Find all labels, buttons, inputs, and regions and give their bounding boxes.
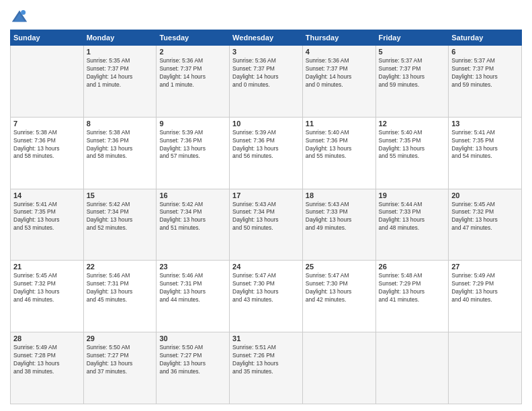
calendar-cell: 1Sunrise: 5:35 AM Sunset: 7:37 PM Daylig… [83, 46, 157, 118]
day-info: Sunrise: 5:50 AM Sunset: 7:27 PM Dayligh… [159, 344, 226, 376]
calendar-cell: 24Sunrise: 5:47 AM Sunset: 7:30 PM Dayli… [230, 261, 303, 332]
day-number: 16 [159, 191, 226, 199]
day-number: 27 [451, 263, 519, 271]
day-number: 12 [379, 120, 446, 128]
calendar-cell: 18Sunrise: 5:43 AM Sunset: 7:33 PM Dayli… [302, 189, 375, 261]
calendar-cell: 10Sunrise: 5:39 AM Sunset: 7:36 PM Dayli… [230, 117, 303, 189]
day-info: Sunrise: 5:36 AM Sunset: 7:37 PM Dayligh… [306, 57, 373, 89]
day-info: Sunrise: 5:45 AM Sunset: 7:32 PM Dayligh… [451, 201, 519, 233]
day-number: 21 [13, 263, 81, 271]
calendar-cell: 19Sunrise: 5:44 AM Sunset: 7:33 PM Dayli… [375, 189, 449, 261]
day-info: Sunrise: 5:38 AM Sunset: 7:36 PM Dayligh… [13, 129, 81, 161]
logo-icon [10, 7, 29, 26]
day-number: 14 [13, 191, 81, 199]
calendar-cell: 27Sunrise: 5:49 AM Sunset: 7:29 PM Dayli… [449, 261, 522, 332]
day-number: 30 [159, 334, 226, 342]
calendar-cell: 21Sunrise: 5:45 AM Sunset: 7:32 PM Dayli… [11, 261, 84, 332]
day-info: Sunrise: 5:51 AM Sunset: 7:26 PM Dayligh… [232, 344, 300, 376]
day-number: 26 [379, 263, 446, 271]
weekday-header-wednesday: Wednesday [230, 30, 303, 46]
calendar-cell: 29Sunrise: 5:50 AM Sunset: 7:27 PM Dayli… [83, 332, 157, 404]
calendar-cell: 12Sunrise: 5:40 AM Sunset: 7:35 PM Dayli… [375, 117, 449, 189]
day-info: Sunrise: 5:43 AM Sunset: 7:33 PM Dayligh… [306, 201, 373, 233]
weekday-header-saturday: Saturday [449, 30, 522, 46]
day-info: Sunrise: 5:49 AM Sunset: 7:28 PM Dayligh… [13, 344, 81, 376]
day-info: Sunrise: 5:46 AM Sunset: 7:31 PM Dayligh… [87, 272, 154, 304]
calendar-cell: 2Sunrise: 5:36 AM Sunset: 7:37 PM Daylig… [157, 46, 230, 118]
day-info: Sunrise: 5:41 AM Sunset: 7:35 PM Dayligh… [451, 129, 519, 161]
day-info: Sunrise: 5:36 AM Sunset: 7:37 PM Dayligh… [159, 57, 226, 89]
day-number: 1 [87, 48, 154, 56]
calendar-cell: 26Sunrise: 5:48 AM Sunset: 7:29 PM Dayli… [375, 261, 449, 332]
day-info: Sunrise: 5:43 AM Sunset: 7:34 PM Dayligh… [232, 201, 300, 233]
day-number: 25 [306, 263, 373, 271]
day-info: Sunrise: 5:47 AM Sunset: 7:30 PM Dayligh… [306, 272, 373, 304]
day-info: Sunrise: 5:49 AM Sunset: 7:29 PM Dayligh… [451, 272, 519, 304]
day-number: 13 [451, 120, 519, 128]
day-number: 7 [13, 120, 81, 128]
calendar-cell: 8Sunrise: 5:38 AM Sunset: 7:36 PM Daylig… [83, 117, 157, 189]
day-number: 23 [159, 263, 226, 271]
calendar-cell: 4Sunrise: 5:36 AM Sunset: 7:37 PM Daylig… [302, 46, 375, 118]
day-number: 2 [159, 48, 226, 56]
day-number: 9 [159, 120, 226, 128]
week-row-4: 21Sunrise: 5:45 AM Sunset: 7:32 PM Dayli… [11, 261, 522, 332]
day-number: 24 [232, 263, 300, 271]
day-info: Sunrise: 5:50 AM Sunset: 7:27 PM Dayligh… [87, 344, 154, 376]
day-number: 10 [232, 120, 300, 128]
week-row-5: 28Sunrise: 5:49 AM Sunset: 7:28 PM Dayli… [11, 332, 522, 404]
week-row-2: 7Sunrise: 5:38 AM Sunset: 7:36 PM Daylig… [11, 117, 522, 189]
header [10, 7, 522, 26]
day-number: 11 [306, 120, 373, 128]
day-info: Sunrise: 5:39 AM Sunset: 7:36 PM Dayligh… [232, 129, 300, 161]
weekday-header-thursday: Thursday [302, 30, 375, 46]
day-number: 3 [232, 48, 300, 56]
day-info: Sunrise: 5:39 AM Sunset: 7:36 PM Dayligh… [159, 129, 226, 161]
day-info: Sunrise: 5:47 AM Sunset: 7:30 PM Dayligh… [232, 272, 300, 304]
day-number: 31 [232, 334, 300, 342]
calendar-cell: 11Sunrise: 5:40 AM Sunset: 7:36 PM Dayli… [302, 117, 375, 189]
page: SundayMondayTuesdayWednesdayThursdayFrid… [0, 0, 532, 411]
calendar-cell: 23Sunrise: 5:46 AM Sunset: 7:31 PM Dayli… [157, 261, 230, 332]
calendar-cell: 22Sunrise: 5:46 AM Sunset: 7:31 PM Dayli… [83, 261, 157, 332]
day-info: Sunrise: 5:42 AM Sunset: 7:34 PM Dayligh… [87, 201, 154, 233]
calendar-cell: 20Sunrise: 5:45 AM Sunset: 7:32 PM Dayli… [449, 189, 522, 261]
svg-point-3 [21, 10, 26, 15]
day-number: 4 [306, 48, 373, 56]
day-number: 18 [306, 191, 373, 199]
calendar-cell [302, 332, 375, 404]
weekday-header-monday: Monday [83, 30, 157, 46]
calendar-cell [449, 332, 522, 404]
calendar-cell: 6Sunrise: 5:37 AM Sunset: 7:37 PM Daylig… [449, 46, 522, 118]
day-info: Sunrise: 5:35 AM Sunset: 7:37 PM Dayligh… [87, 57, 154, 89]
calendar-cell: 13Sunrise: 5:41 AM Sunset: 7:35 PM Dayli… [449, 117, 522, 189]
day-info: Sunrise: 5:37 AM Sunset: 7:37 PM Dayligh… [379, 57, 446, 89]
day-number: 20 [451, 191, 519, 199]
calendar-cell: 28Sunrise: 5:49 AM Sunset: 7:28 PM Dayli… [11, 332, 84, 404]
calendar-cell [375, 332, 449, 404]
weekday-header-row: SundayMondayTuesdayWednesdayThursdayFrid… [11, 30, 522, 46]
day-info: Sunrise: 5:40 AM Sunset: 7:36 PM Dayligh… [306, 129, 373, 161]
day-number: 28 [13, 334, 81, 342]
day-info: Sunrise: 5:44 AM Sunset: 7:33 PM Dayligh… [379, 201, 446, 233]
day-info: Sunrise: 5:37 AM Sunset: 7:37 PM Dayligh… [451, 57, 519, 89]
calendar-cell: 25Sunrise: 5:47 AM Sunset: 7:30 PM Dayli… [302, 261, 375, 332]
day-number: 6 [451, 48, 519, 56]
day-info: Sunrise: 5:38 AM Sunset: 7:36 PM Dayligh… [87, 129, 154, 161]
calendar-cell: 5Sunrise: 5:37 AM Sunset: 7:37 PM Daylig… [375, 46, 449, 118]
calendar-cell: 15Sunrise: 5:42 AM Sunset: 7:34 PM Dayli… [83, 189, 157, 261]
day-info: Sunrise: 5:41 AM Sunset: 7:35 PM Dayligh… [13, 201, 81, 233]
day-number: 19 [379, 191, 446, 199]
logo [10, 7, 32, 26]
day-info: Sunrise: 5:48 AM Sunset: 7:29 PM Dayligh… [379, 272, 446, 304]
day-info: Sunrise: 5:46 AM Sunset: 7:31 PM Dayligh… [159, 272, 226, 304]
day-number: 15 [87, 191, 154, 199]
calendar-cell: 14Sunrise: 5:41 AM Sunset: 7:35 PM Dayli… [11, 189, 84, 261]
day-info: Sunrise: 5:45 AM Sunset: 7:32 PM Dayligh… [13, 272, 81, 304]
weekday-header-sunday: Sunday [11, 30, 84, 46]
calendar-cell: 7Sunrise: 5:38 AM Sunset: 7:36 PM Daylig… [11, 117, 84, 189]
calendar-cell: 16Sunrise: 5:42 AM Sunset: 7:34 PM Dayli… [157, 189, 230, 261]
day-number: 22 [87, 263, 154, 271]
calendar-cell [11, 46, 84, 118]
day-info: Sunrise: 5:36 AM Sunset: 7:37 PM Dayligh… [232, 57, 300, 89]
